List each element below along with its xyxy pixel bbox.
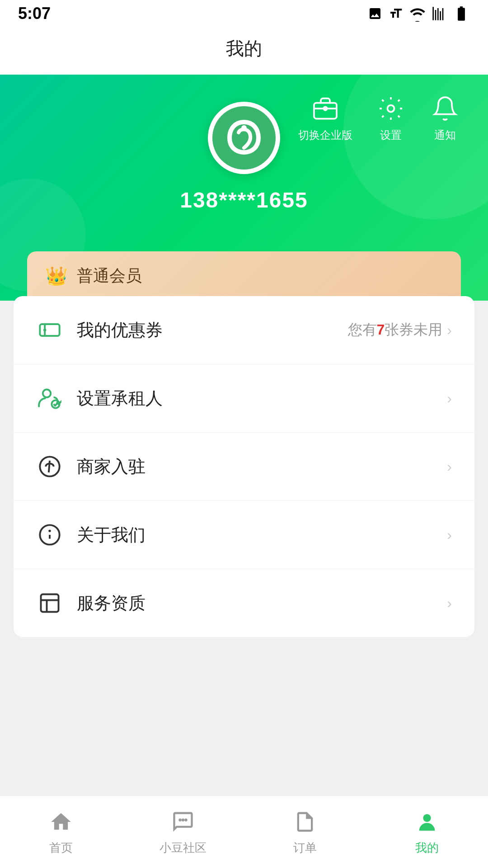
service-chevron: › bbox=[447, 595, 452, 612]
page-title-bar: 我的 bbox=[0, 27, 488, 75]
svg-point-15 bbox=[49, 530, 51, 532]
service-right: › bbox=[447, 595, 452, 612]
bottom-nav: 首页 小豆社区 订单 我的 bbox=[0, 796, 488, 868]
avatar-inner bbox=[212, 106, 276, 170]
status-icons bbox=[368, 5, 470, 22]
page-title: 我的 bbox=[0, 36, 488, 61]
image-status-icon bbox=[368, 6, 382, 21]
menu-item-about[interactable]: 关于我们 › bbox=[14, 501, 474, 569]
settings-button[interactable]: 设置 bbox=[375, 93, 407, 142]
notification-label: 通知 bbox=[434, 128, 456, 142]
svg-point-5 bbox=[241, 125, 247, 131]
crown-icon: 👑 bbox=[45, 265, 68, 287]
home-nav-label: 首页 bbox=[49, 840, 73, 856]
notification-icon bbox=[429, 93, 461, 124]
about-label: 关于我们 bbox=[77, 524, 447, 547]
menu-item-tenant[interactable]: 设置承租人 › bbox=[14, 364, 474, 433]
wifi-icon bbox=[409, 5, 426, 22]
menu-item-coupon[interactable]: 我的优惠券 您有7张券未用 › bbox=[14, 296, 474, 364]
coupon-chevron: › bbox=[447, 322, 452, 339]
tenant-chevron: › bbox=[447, 390, 452, 407]
coupon-right: 您有7张券未用 › bbox=[348, 320, 452, 340]
tenant-label: 设置承租人 bbox=[77, 387, 447, 410]
svg-point-2 bbox=[324, 107, 327, 110]
menu-section: 我的优惠券 您有7张券未用 › bbox=[14, 296, 474, 637]
battery-icon bbox=[453, 5, 470, 22]
hero-container: 切换企业版 设置 bbox=[0, 75, 488, 637]
svg-point-7 bbox=[43, 329, 47, 332]
tenant-right: › bbox=[447, 390, 452, 407]
community-nav-icon bbox=[169, 808, 197, 835]
hero-section: 切换企业版 设置 bbox=[0, 75, 488, 301]
about-icon bbox=[36, 521, 63, 548]
svg-point-20 bbox=[423, 814, 431, 822]
about-chevron: › bbox=[447, 527, 452, 543]
order-nav-label: 订单 bbox=[293, 840, 317, 856]
nav-mine[interactable]: 我的 bbox=[366, 808, 488, 856]
mine-nav-icon bbox=[413, 808, 441, 835]
menu-item-service[interactable]: 服务资质 › bbox=[14, 569, 474, 637]
merchant-chevron: › bbox=[447, 458, 452, 475]
member-card[interactable]: 👑 普通会员 bbox=[27, 251, 461, 301]
content-area: 切换企业版 设置 bbox=[0, 75, 488, 802]
nav-community[interactable]: 小豆社区 bbox=[122, 808, 244, 856]
order-nav-icon bbox=[291, 808, 319, 835]
service-icon bbox=[36, 590, 63, 617]
coupon-icon bbox=[36, 316, 63, 344]
font-status-icon bbox=[389, 6, 403, 21]
merchant-right: › bbox=[447, 458, 452, 475]
svg-point-19 bbox=[184, 818, 188, 821]
merchant-icon bbox=[36, 453, 63, 480]
enterprise-label: 切换企业版 bbox=[298, 128, 352, 142]
avatar[interactable] bbox=[208, 102, 280, 174]
tenant-icon bbox=[36, 385, 63, 412]
service-label: 服务资质 bbox=[77, 592, 447, 615]
notification-button[interactable]: 通知 bbox=[429, 93, 461, 142]
svg-point-8 bbox=[43, 390, 51, 397]
home-nav-icon bbox=[47, 808, 75, 835]
status-time: 5:07 bbox=[18, 4, 51, 23]
settings-icon bbox=[375, 93, 407, 124]
svg-rect-16 bbox=[41, 594, 59, 612]
nav-home[interactable]: 首页 bbox=[0, 808, 122, 856]
svg-point-17 bbox=[178, 818, 182, 821]
phone-number: 138****1655 bbox=[180, 188, 308, 212]
member-label: 普通会员 bbox=[77, 265, 142, 287]
coupon-label: 我的优惠券 bbox=[77, 319, 348, 342]
signal-icon bbox=[432, 6, 446, 21]
svg-point-3 bbox=[388, 105, 394, 112]
menu-item-merchant[interactable]: 商家入驻 › bbox=[14, 433, 474, 501]
settings-label: 设置 bbox=[380, 128, 402, 142]
merchant-label: 商家入驻 bbox=[77, 455, 447, 478]
enterprise-switch-button[interactable]: 切换企业版 bbox=[298, 93, 352, 142]
nav-order[interactable]: 订单 bbox=[244, 808, 366, 856]
enterprise-icon bbox=[310, 93, 341, 124]
coupon-count: 7 bbox=[377, 321, 385, 338]
svg-point-18 bbox=[182, 818, 185, 821]
svg-line-11 bbox=[49, 461, 50, 472]
coupon-status: 您有7张券未用 bbox=[348, 320, 443, 340]
svg-rect-6 bbox=[40, 324, 59, 336]
about-right: › bbox=[447, 527, 452, 543]
mine-nav-label: 我的 bbox=[415, 840, 439, 856]
hero-icons: 切换企业版 设置 bbox=[298, 93, 461, 142]
community-nav-label: 小豆社区 bbox=[160, 840, 206, 856]
avatar-image bbox=[221, 115, 267, 160]
status-bar: 5:07 bbox=[0, 0, 488, 27]
